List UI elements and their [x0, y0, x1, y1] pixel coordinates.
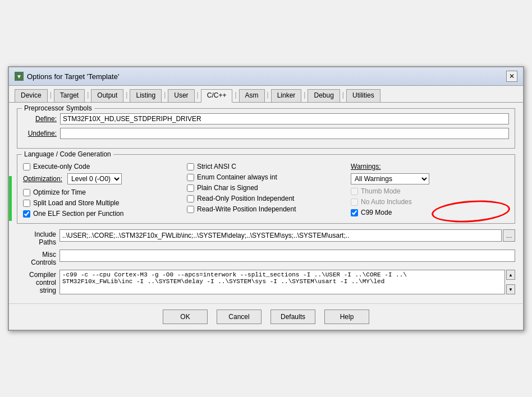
thumb-mode-row: Thumb Mode [351, 187, 509, 195]
no-auto-includes-row: No Auto Includes [351, 198, 509, 206]
enum-container-checkbox[interactable] [187, 174, 194, 181]
include-paths-browse-btn[interactable]: … [503, 229, 515, 242]
one-elf-checkbox[interactable] [23, 210, 30, 218]
c99-mode-row: C99 Mode [351, 209, 509, 216]
dialog-footer: OK Cancel Defaults Help [9, 303, 523, 330]
tab-debug[interactable]: Debug [308, 89, 340, 102]
readwrite-pos-label: Read-Write Position Independent [197, 205, 296, 213]
define-input[interactable] [60, 113, 509, 124]
misc-controls-row: Misc Controls [17, 250, 515, 266]
tab-target[interactable]: Target [54, 89, 85, 102]
misc-controls-label: Misc Controls [17, 250, 56, 266]
language-group-label: Language / Code Generation [22, 150, 113, 158]
help-button[interactable]: Help [324, 310, 369, 324]
define-row: Define: [23, 113, 509, 124]
strict-ansi-checkbox[interactable] [187, 163, 194, 170]
dialog-title: Options for Target 'Template' [27, 72, 119, 81]
one-elf-row: One ELF Section per Function [23, 210, 181, 218]
split-load-checkbox[interactable] [23, 200, 30, 207]
compiler-control-label: Compiler control string [17, 270, 56, 294]
readwrite-pos-row: Read-Write Position Independent [187, 205, 345, 213]
scroll-up-btn[interactable]: ▲ [506, 270, 515, 280]
warnings-label: Warnings: [351, 163, 509, 170]
col-3: Warnings: All Warnings No Warnings Unspe… [351, 163, 509, 218]
ok-button[interactable]: OK [163, 310, 208, 324]
readonly-pos-label: Read-Only Position Independent [197, 195, 294, 202]
optimize-time-label: Optimize for Time [33, 188, 86, 196]
scroll-down-btn[interactable]: ▼ [506, 284, 515, 294]
plain-char-row: Plain Char is Signed [187, 184, 345, 192]
cancel-button[interactable]: Cancel [217, 310, 262, 324]
optimize-time-row: Optimize for Time [23, 188, 181, 196]
col-1: Execute-only Code Optimization: Level 0 … [23, 163, 181, 218]
tab-utilities[interactable]: Utilities [346, 89, 380, 102]
compiler-control-textarea[interactable]: -c99 -c --cpu Cortex-M3 -g -O0 --apcs=in… [59, 270, 505, 294]
col-2: Strict ANSI C Enum Container always int … [187, 163, 345, 218]
preprocessor-group: Preprocessor Symbols Define: Undefine: [17, 108, 515, 149]
strict-ansi-row: Strict ANSI C [187, 163, 345, 170]
preprocessor-group-label: Preprocessor Symbols [22, 104, 94, 112]
language-group: Language / Code Generation Execute-only … [17, 154, 515, 224]
tab-cpp[interactable]: C/C++ [201, 89, 233, 103]
warnings-select[interactable]: All Warnings No Warnings Unspecified [351, 173, 429, 184]
include-paths-input[interactable] [59, 229, 502, 242]
app-icon: ▼ [15, 72, 24, 81]
bottom-fields: Include Paths … Misc Controls Compiler c… [17, 229, 515, 294]
one-elf-label: One ELF Section per Function [33, 210, 123, 218]
tab-output[interactable]: Output [91, 89, 123, 102]
tab-bar: Device | Target | Output | Listing | Use… [9, 86, 523, 103]
split-load-label: Split Load and Store Multiple [33, 199, 119, 207]
compiler-control-row: Compiler control string -c99 -c --cpu Co… [17, 270, 515, 294]
execute-only-label: Execute-only Code [33, 163, 90, 170]
readonly-pos-checkbox[interactable] [187, 195, 194, 202]
tab-user[interactable]: User [168, 89, 194, 102]
c99-mode-checkbox[interactable] [351, 209, 358, 216]
compiler-control-scrollbar: ▲ ▼ [506, 270, 515, 294]
include-paths-row: Include Paths … [17, 229, 515, 246]
undefine-label: Undefine: [23, 130, 57, 137]
optimization-select[interactable]: Level 0 (-O0) Level 1 (-O1) Level 2 (-O2… [67, 173, 122, 184]
optimization-label: Optimization: [23, 175, 62, 183]
tab-asm[interactable]: Asm [239, 89, 265, 102]
defaults-button[interactable]: Defaults [270, 310, 315, 324]
options-dialog: ▼ Options for Target 'Template' ✕ Device… [8, 66, 524, 331]
undefine-input[interactable] [60, 128, 509, 139]
execute-only-row: Execute-only Code [23, 163, 181, 170]
plain-char-checkbox[interactable] [187, 184, 194, 192]
split-load-row: Split Load and Store Multiple [23, 199, 181, 207]
plain-char-label: Plain Char is Signed [197, 184, 258, 192]
title-bar: ▼ Options for Target 'Template' ✕ [9, 67, 523, 86]
no-auto-includes-label: No Auto Includes [361, 198, 412, 206]
readwrite-pos-checkbox[interactable] [187, 206, 194, 213]
optimize-time-checkbox[interactable] [23, 189, 30, 196]
enum-container-label: Enum Container always int [197, 173, 277, 181]
execute-only-checkbox[interactable] [23, 163, 30, 170]
tab-linker[interactable]: Linker [271, 89, 302, 102]
no-auto-includes-checkbox [351, 198, 358, 206]
thumb-mode-checkbox [351, 188, 358, 195]
undefine-row: Undefine: [23, 128, 509, 139]
enum-container-row: Enum Container always int [187, 173, 345, 181]
tab-listing[interactable]: Listing [130, 89, 162, 102]
define-label: Define: [23, 115, 57, 123]
readonly-pos-row: Read-Only Position Independent [187, 195, 345, 202]
misc-controls-input[interactable] [59, 250, 515, 262]
main-content: Preprocessor Symbols Define: Undefine: L… [9, 103, 523, 303]
tab-device[interactable]: Device [15, 89, 48, 102]
close-button[interactable]: ✕ [506, 71, 517, 82]
left-edge-indicator [9, 176, 12, 221]
strict-ansi-label: Strict ANSI C [197, 163, 236, 170]
thumb-mode-label: Thumb Mode [361, 187, 401, 195]
c99-mode-label: C99 Mode [361, 209, 392, 216]
include-paths-label: Include Paths [17, 229, 56, 246]
optimization-row: Optimization: Level 0 (-O0) Level 1 (-O1… [23, 173, 181, 184]
